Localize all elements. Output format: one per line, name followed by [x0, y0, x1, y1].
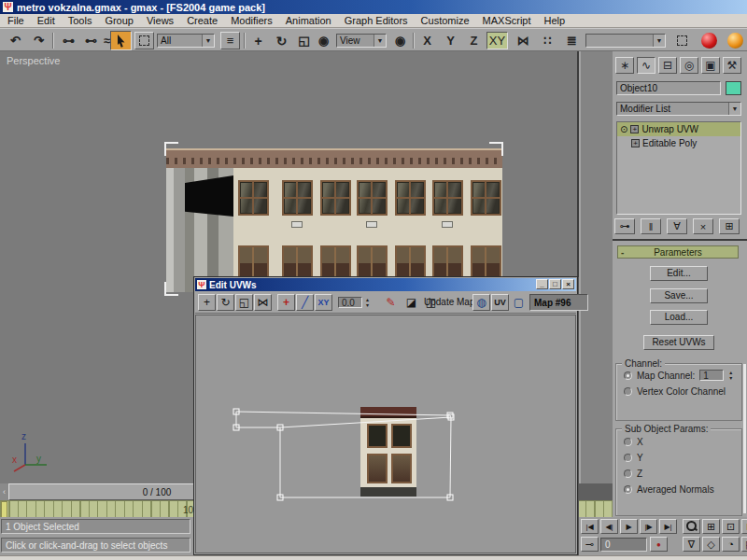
tab-motion-icon[interactable]: ◎ — [680, 57, 698, 74]
mirror-icon[interactable]: ⋈ — [514, 32, 533, 49]
uv-move-button[interactable]: + — [198, 294, 216, 311]
menu-create[interactable]: Create — [187, 15, 218, 26]
sub-object-z-radio[interactable] — [624, 469, 632, 478]
menu-animation[interactable]: Animation — [286, 15, 331, 26]
sub-object-x-radio[interactable] — [624, 438, 632, 446]
edit-uvws-title-bar[interactable]: Ψ Edit UVWs _ □ × — [195, 278, 576, 291]
minimize-button[interactable]: _ — [536, 279, 548, 289]
next-frame-button[interactable]: |▶ — [640, 519, 657, 534]
parameters-rollout-header[interactable]: - Parameters — [617, 245, 739, 259]
expand-icon[interactable]: + — [630, 125, 639, 133]
current-frame-field[interactable]: 0 — [600, 538, 647, 552]
menu-file[interactable]: File — [7, 15, 24, 26]
go-to-start-button[interactable]: |◀ — [581, 519, 599, 534]
building-model[interactable] — [166, 145, 502, 294]
vertex-color-channel-radio[interactable] — [624, 387, 632, 396]
tab-hierarchy-icon[interactable]: ⊟ — [658, 57, 677, 74]
object-name-field[interactable]: Object10 — [616, 81, 721, 95]
select-and-link-icon[interactable]: ⊶ — [59, 32, 78, 49]
key-mode-toggle[interactable]: ● — [650, 537, 668, 552]
dropdown-arrow-icon[interactable]: ▼ — [728, 103, 740, 115]
map-channel-radio[interactable] — [624, 371, 632, 380]
tab-modify-icon[interactable]: ∿ — [637, 57, 655, 74]
menu-graph-editors[interactable]: Graph Editors — [345, 15, 408, 26]
time-slider-prev-button[interactable]: ‹ — [0, 483, 8, 500]
uv-editor-canvas[interactable] — [195, 315, 576, 553]
use-pivot-center-icon[interactable]: ◉ — [390, 32, 410, 49]
undo-icon[interactable]: ↶ — [6, 32, 25, 49]
uv-wireframe[interactable] — [196, 315, 576, 553]
panel-scrollbar[interactable] — [743, 364, 746, 513]
selection-region-button[interactable] — [134, 32, 154, 49]
align-icon[interactable]: ≣ — [562, 32, 582, 49]
zoom-button[interactable] — [683, 519, 700, 534]
averaged-normals-radio[interactable] — [624, 485, 632, 494]
menu-maxscript[interactable]: MAXScript — [483, 15, 531, 26]
map-channel-value[interactable]: 1 — [699, 370, 724, 381]
edit-uvws-window[interactable]: Ψ Edit UVWs _ □ × + ↻ ◱ ⋈ + ╱ XY 0.0 ▴ ▾… — [193, 276, 578, 555]
load-button[interactable]: Load... — [650, 310, 708, 325]
menu-help[interactable]: Help — [544, 15, 566, 26]
pin-stack-icon[interactable]: ⊶ — [614, 218, 635, 234]
show-end-result-icon[interactable]: ‖ — [641, 218, 661, 234]
configure-modifier-sets-icon[interactable]: ⊞ — [719, 218, 740, 234]
uv-options-icon[interactable]: ▢ — [510, 294, 528, 311]
dropdown-arrow-icon[interactable]: ▼ — [374, 35, 386, 47]
uv-freeform-line-button[interactable]: ╱ — [296, 294, 314, 311]
track-bar-frame-marker[interactable] — [1, 501, 7, 518]
spinner-arrows[interactable]: ▴ ▾ — [366, 297, 369, 308]
previous-frame-button[interactable]: ◀| — [600, 519, 618, 534]
save-button[interactable]: Save... — [650, 288, 708, 303]
stack-item-editable-poly[interactable]: + Editable Poly — [617, 136, 740, 150]
tab-create-icon[interactable]: ∗ — [615, 57, 634, 74]
uv-angle-field[interactable]: 0.0 — [338, 297, 362, 308]
select-and-move-icon[interactable]: + — [248, 32, 268, 49]
spinner-arrows[interactable]: ▴ ▾ — [729, 370, 732, 381]
restrict-y-button[interactable]: Y — [441, 32, 460, 49]
select-by-name-button[interactable]: ≡ — [220, 32, 240, 49]
zoom-extents-button[interactable]: ⊡ — [722, 519, 740, 534]
zoom-extents-all-button[interactable]: ⊠ — [741, 519, 747, 534]
restrict-x-button[interactable]: X — [417, 32, 437, 49]
array-icon[interactable]: ∷ — [538, 32, 557, 49]
collapse-icon[interactable]: - — [621, 247, 624, 258]
expand-icon[interactable]: + — [631, 139, 640, 147]
modifier-list-dropdown[interactable]: Modifier List ▼ — [616, 102, 741, 116]
object-color-swatch[interactable] — [726, 81, 741, 95]
tab-display-icon[interactable]: ▣ — [701, 57, 720, 74]
min-max-toggle-button[interactable]: ◱ — [741, 537, 747, 552]
field-of-view-button[interactable]: ∇ — [683, 537, 700, 552]
update-map-button[interactable]: Update Map — [424, 297, 474, 307]
edit-button[interactable]: Edit... — [650, 266, 708, 281]
sub-object-y-radio[interactable] — [624, 454, 632, 462]
uv-rotate-button[interactable]: ↻ — [217, 294, 234, 311]
uv-mirror-button[interactable]: ⋈ — [254, 294, 272, 311]
reset-uvws-button[interactable]: Reset UVWs — [643, 335, 714, 350]
make-unique-icon[interactable]: ∀ — [667, 218, 687, 234]
spin-down-icon[interactable]: ▾ — [366, 302, 369, 308]
maximize-button[interactable]: □ — [549, 279, 561, 289]
selection-filter-dropdown[interactable]: All ▼ — [157, 34, 215, 48]
named-selection-sets-dropdown[interactable]: ▼ — [585, 34, 666, 48]
pivot-point-icon[interactable]: ◉ — [314, 32, 333, 49]
title-bar[interactable]: Ψ metro vokzalna.gmax - gmax - [FS2004 g… — [0, 0, 747, 14]
dropdown-arrow-icon[interactable]: ▼ — [202, 35, 214, 47]
render-button[interactable] — [726, 32, 745, 49]
reference-coordinate-dropdown[interactable]: View ▼ — [336, 34, 387, 48]
spin-down-icon[interactable]: ▾ — [729, 375, 732, 381]
modifier-enabled-icon[interactable]: ⊙ — [620, 124, 627, 134]
close-button[interactable]: × — [562, 279, 574, 289]
uv-vw-switch-button[interactable]: UV — [491, 294, 509, 311]
restrict-z-button[interactable]: Z — [464, 32, 484, 49]
uv-scale-button[interactable]: ◱ — [235, 294, 253, 311]
redo-icon[interactable]: ↷ — [29, 32, 49, 49]
select-object-button[interactable] — [110, 31, 132, 50]
arc-rotate-button[interactable]: ◔ — [722, 537, 740, 552]
menu-edit[interactable]: Edit — [37, 15, 55, 26]
uv-fill-bucket-icon[interactable]: ◪ — [402, 294, 420, 311]
uv-expand-selection-button[interactable]: + — [277, 294, 295, 311]
show-map-globe-icon[interactable]: ◍ — [472, 294, 490, 311]
zoom-all-button[interactable]: ⊞ — [702, 519, 720, 534]
dropdown-arrow-icon[interactable]: ▼ — [653, 35, 665, 47]
stack-item-unwrap-uvw[interactable]: ⊙ + Unwrap UVW — [617, 122, 740, 136]
